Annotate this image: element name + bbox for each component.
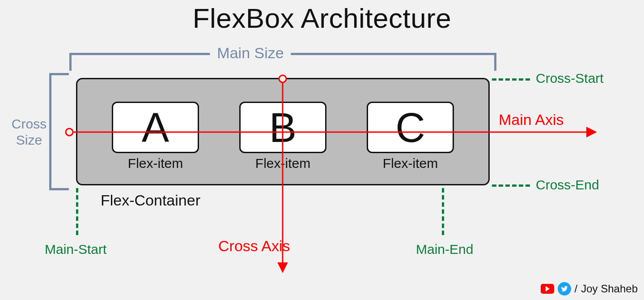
flex-item-c: C xyxy=(367,102,454,153)
flex-container-label: Flex-Container xyxy=(101,192,200,209)
flex-item-a-label: Flex-item xyxy=(128,156,183,171)
credit-prefix: / xyxy=(575,283,578,295)
cross-start-dash xyxy=(492,78,530,81)
credit-name: Joy Shaheb xyxy=(581,283,638,295)
main-start-label: Main-Start xyxy=(45,242,106,257)
flex-container: A Flex-item B Flex-item C Flex-item xyxy=(76,78,490,185)
cross-start-label: Cross-Start xyxy=(536,71,604,86)
twitter-icon xyxy=(558,282,571,296)
cross-end-dash xyxy=(492,184,530,187)
flex-item-b-label: Flex-item xyxy=(255,156,310,171)
main-end-dash xyxy=(442,188,444,235)
flex-item-col-a: A Flex-item xyxy=(112,102,199,171)
main-axis-label: Main Axis xyxy=(499,111,564,129)
flex-item-col-c: C Flex-item xyxy=(367,102,454,171)
main-size-label: Main Size xyxy=(210,43,291,64)
cross-axis-label: Cross Axis xyxy=(218,237,290,255)
main-end-label: Main-End xyxy=(416,242,473,257)
cross-end-label: Cross-End xyxy=(536,177,599,193)
main-start-dash xyxy=(76,188,78,235)
diagram-title: FlexBox Architecture xyxy=(0,2,644,34)
credit-block: / Joy Shaheb xyxy=(541,282,638,296)
diagram-stage: FlexBox Architecture Main Size Cross Siz… xyxy=(0,0,644,300)
cross-size-bracket xyxy=(49,73,69,190)
flex-item-c-label: Flex-item xyxy=(383,156,438,171)
youtube-icon xyxy=(541,284,554,294)
flex-item-col-b: B Flex-item xyxy=(239,102,326,171)
flex-item-b: B xyxy=(239,102,326,153)
flex-items-row: A Flex-item B Flex-item C Flex-item xyxy=(77,102,488,171)
cross-size-label: Cross Size xyxy=(9,113,49,151)
flex-item-a: A xyxy=(112,102,199,153)
